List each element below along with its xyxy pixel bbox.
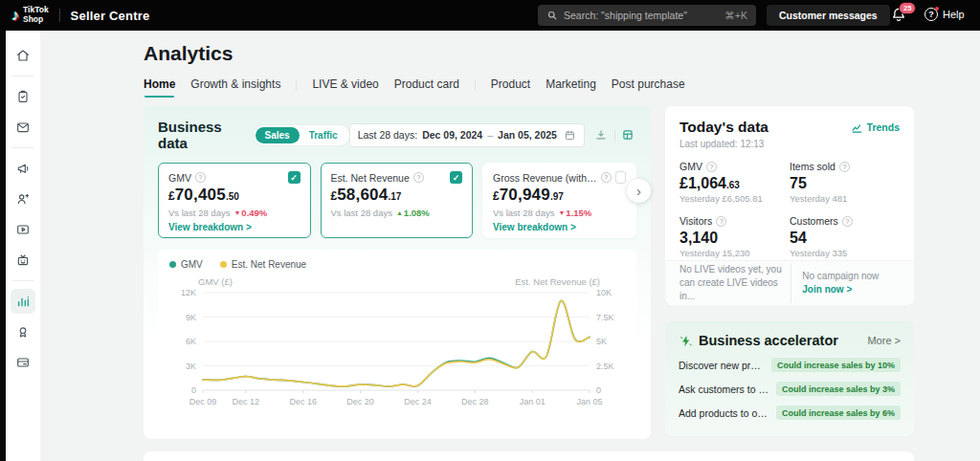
svg-text:0: 0 xyxy=(191,385,196,395)
date-end: Jan 05, 2025 xyxy=(498,129,557,141)
gross-revenue-view-breakdown-link[interactable]: View breakdown > xyxy=(493,222,626,232)
search-placeholder: Search: "shipping template" xyxy=(564,10,687,21)
next-section-card-edge xyxy=(144,451,914,461)
arrow-down-icon: ▼ xyxy=(234,209,240,216)
arrow-down-icon: ▼ xyxy=(558,209,565,216)
date-start: Dec 09, 2024 xyxy=(422,129,482,141)
tab-post-purchase[interactable]: Post purchase xyxy=(612,77,685,98)
question-circle-icon[interactable]: ? xyxy=(716,216,726,227)
svg-text:2.5K: 2.5K xyxy=(596,362,614,371)
sidebar-item-marketing[interactable] xyxy=(11,156,35,181)
sidebar-item-rewards[interactable] xyxy=(11,319,35,344)
legend-gmv[interactable]: GMV xyxy=(169,259,203,270)
tiktok-shop-logo[interactable]: ♪ TikTok Shop xyxy=(11,6,49,25)
svg-text:0: 0 xyxy=(596,385,601,395)
left-axis-label: GMV (£) xyxy=(198,276,233,287)
tab-marketing[interactable]: Marketing xyxy=(546,77,596,98)
line-chart[interactable]: 003K2.5K6K5K9K7.5K12K10KDec 09Dec 12Dec … xyxy=(169,283,625,423)
question-circle-icon[interactable]: ? xyxy=(195,172,206,183)
accelerator-title: Business accelerator xyxy=(699,333,838,348)
toggle-sales[interactable]: Sales xyxy=(256,127,300,143)
export-table-button[interactable] xyxy=(619,125,636,144)
svg-text:Dec 12: Dec 12 xyxy=(233,397,260,406)
search-input[interactable]: Search: "shipping template" ⌘+K xyxy=(538,5,756,26)
gmv-change: ▼0.49% xyxy=(234,208,267,218)
est-net-revenue-checkbox[interactable]: ✓ xyxy=(450,171,462,184)
svg-text:5K: 5K xyxy=(596,337,607,346)
metric-card-est-net-revenue[interactable]: Est. Net Revenue ? ✓ £58,604.17 Vs last … xyxy=(321,163,474,238)
metric-scroll-right-button[interactable]: › xyxy=(627,179,651,203)
help-icon: ? xyxy=(924,8,938,21)
sidebar-item-finance[interactable] xyxy=(11,350,35,375)
gross-revenue-checkbox[interactable] xyxy=(615,171,626,184)
svg-text:Jan 05: Jan 05 xyxy=(576,397,602,406)
header-divider xyxy=(59,9,60,22)
right-column: Today's data Trends Last updated: 12:13 … xyxy=(665,106,914,439)
tab-product-card[interactable]: Product card xyxy=(394,77,459,98)
help-label: Help xyxy=(943,9,965,20)
sidebar-item-messages[interactable] xyxy=(11,115,35,140)
est-net-revenue-legend-dot xyxy=(220,261,227,268)
page-title: Analytics xyxy=(144,42,914,65)
svg-text:12K: 12K xyxy=(181,288,196,297)
stat-items-sold: Items sold? 75 Yesterday 481 xyxy=(790,161,900,204)
question-circle-icon[interactable]: ? xyxy=(706,162,717,172)
svg-text:Dec 16: Dec 16 xyxy=(289,397,317,406)
sidebar-item-analytics[interactable] xyxy=(11,289,35,314)
svg-text:Dec 20: Dec 20 xyxy=(346,397,374,406)
live-tv-icon xyxy=(15,252,31,268)
svg-text:9K: 9K xyxy=(186,313,196,322)
metric-card-gmv[interactable]: GMV ? ✓ £70,405.50 Vs last 28 days ▼0.49… xyxy=(158,163,311,238)
join-now-link[interactable]: Join now > xyxy=(802,283,879,296)
home-icon xyxy=(15,48,31,63)
sidebar-divider xyxy=(12,76,33,77)
sidebar-item-home[interactable] xyxy=(11,43,35,68)
sidebar-item-orders[interactable] xyxy=(11,84,35,109)
today-card-footer: No LIVE videos yet, you can create LIVE … xyxy=(665,260,914,305)
svg-text:3K: 3K xyxy=(186,362,196,371)
accelerator-more-link[interactable]: More > xyxy=(867,335,901,346)
question-circle-icon[interactable]: ? xyxy=(839,162,850,172)
sidebar-item-live[interactable] xyxy=(11,248,35,273)
svg-text:7.5K: 7.5K xyxy=(596,313,614,322)
help-button[interactable]: ? Help xyxy=(924,8,965,21)
tab-product[interactable]: Product xyxy=(491,77,530,98)
download-icon xyxy=(594,128,608,142)
gmv-view-breakdown-link[interactable]: View breakdown > xyxy=(168,222,301,232)
gmv-checkbox[interactable]: ✓ xyxy=(288,171,301,184)
table-icon xyxy=(621,128,635,142)
download-button[interactable] xyxy=(592,125,610,144)
tiktok-logo-icon: ♪ xyxy=(11,8,19,23)
question-circle-icon[interactable]: ? xyxy=(413,172,424,183)
date-range-picker[interactable]: Last 28 days: Dec 09, 2024 – Jan 05, 202… xyxy=(349,123,585,147)
svg-text:6K: 6K xyxy=(186,337,196,346)
sidebar-item-content[interactable] xyxy=(11,217,35,242)
svg-text:Jan 01: Jan 01 xyxy=(520,397,546,406)
accelerator-item[interactable]: Ask customers to review y... Could incre… xyxy=(679,382,901,396)
gmv-legend-dot xyxy=(169,261,176,268)
sales-increase-badge: Could increase sales by 3% xyxy=(776,382,901,396)
clipboard-icon xyxy=(15,89,31,104)
tab-home[interactable]: Home xyxy=(144,77,175,98)
toggle-traffic[interactable]: Traffic xyxy=(300,127,347,143)
question-circle-icon[interactable]: ? xyxy=(842,216,853,227)
sidebar-item-affiliate[interactable] xyxy=(11,187,35,211)
tab-live-video[interactable]: LIVE & video xyxy=(312,77,378,98)
legend-est-net-revenue[interactable]: Est. Net Revenue xyxy=(220,259,306,270)
tab-growth-insights[interactable]: Growth & insights xyxy=(190,77,280,98)
search-icon xyxy=(546,10,558,21)
accelerator-item[interactable]: Add products to open affil... Could incr… xyxy=(679,406,901,420)
tab-divider xyxy=(296,79,297,91)
metric-card-gross-revenue[interactable]: Gross Revenue (with plat... ? £70,949.97… xyxy=(482,163,636,238)
notifications-button[interactable]: 25 xyxy=(890,6,911,27)
chart-legend: GMV Est. Net Revenue xyxy=(169,259,625,270)
last-updated: Last updated: 12:13 xyxy=(679,139,900,149)
customer-messages-button[interactable]: Customer messages xyxy=(767,5,890,26)
business-data-card: Business data Sales Traffic Last 28 days… xyxy=(144,106,651,439)
svg-text:Dec 24: Dec 24 xyxy=(404,397,432,406)
gmv-value: £70,405.50 xyxy=(168,187,301,205)
trends-link[interactable]: Trends xyxy=(851,121,900,134)
sidebar-divider xyxy=(12,280,33,281)
question-circle-icon[interactable]: ? xyxy=(601,172,612,183)
accelerator-item[interactable]: Discover new product op... Could increas… xyxy=(679,358,901,372)
